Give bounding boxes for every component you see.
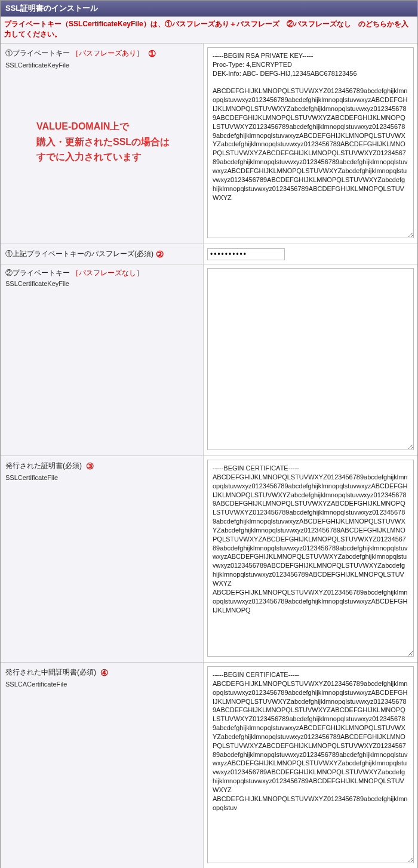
ssl-install-panel: SSL証明書のインストール プライベートキー（SSLCertificateKey… bbox=[0, 0, 418, 868]
pkey-without-sub: SSLCertificateKeyFile bbox=[5, 279, 198, 288]
passphrase-label: ①上記プライベートキーのパスフレーズ(必須) bbox=[5, 249, 153, 259]
row-private-key-without-passphrase: ②プライベートキー ［パスフレーズなし］ SSLCertificateKeyFi… bbox=[1, 264, 417, 456]
passphrase-input[interactable] bbox=[207, 248, 285, 260]
cacert-sub: SSLCACertificateFile bbox=[5, 680, 198, 689]
cacert-label: 発行された中間証明書(必須) bbox=[5, 668, 96, 676]
row-ca-certificate: 発行された中間証明書(必須) ④ SSLCACertificateFile bbox=[1, 663, 417, 868]
private-key-without-passphrase-textarea[interactable] bbox=[207, 268, 414, 450]
cert-sub: SSLCertificateFile bbox=[5, 473, 198, 482]
pkey-with-label: ①プライベートキー bbox=[5, 49, 70, 57]
row-certificate: 発行された証明書(必須) ③ SSLCertificateFile bbox=[1, 456, 417, 663]
certificate-textarea[interactable] bbox=[207, 460, 414, 657]
pkey-with-sub: SSLCertificateKeyFile bbox=[5, 61, 198, 70]
panel-title: SSL証明書のインストール bbox=[1, 1, 417, 17]
private-key-with-passphrase-textarea[interactable] bbox=[207, 47, 414, 238]
annotation-1-icon: ① bbox=[148, 47, 156, 60]
row-private-key-with-passphrase: ①プライベートキー ［パスフレーズあり］ ① SSLCertificateKey… bbox=[1, 44, 417, 244]
overlay-note: VALUE-DOMAIN上で 購入・更新されたSSLの場合は すでに入力されてい… bbox=[36, 119, 192, 165]
row-passphrase: ①上記プライベートキーのパスフレーズ(必須) ② bbox=[1, 244, 417, 264]
annotation-3-icon: ③ bbox=[86, 460, 94, 472]
ca-certificate-textarea[interactable] bbox=[207, 666, 414, 863]
pkey-without-hint: ［パスフレーズなし］ bbox=[72, 269, 143, 277]
pkey-without-label: ②プライベートキー bbox=[5, 269, 70, 277]
annotation-4-icon: ④ bbox=[100, 666, 108, 679]
cert-label: 発行された証明書(必須) bbox=[5, 461, 82, 470]
notice-text: プライベートキー（SSLCertificateKeyFile）は、①パスフレーズ… bbox=[1, 17, 417, 44]
pkey-with-hint: ［パスフレーズあり］ bbox=[72, 49, 143, 57]
annotation-2-icon: ② bbox=[156, 248, 164, 260]
